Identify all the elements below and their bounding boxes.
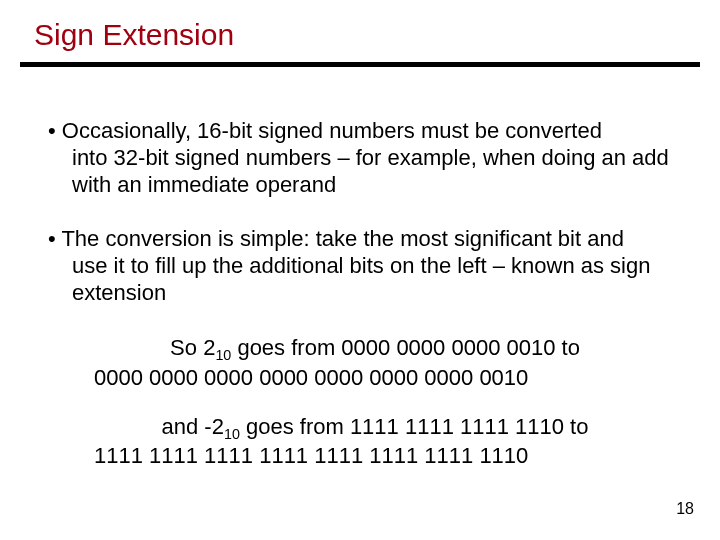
examples: So 210 goes from 0000 0000 0000 0010 to …: [80, 335, 670, 470]
example-pos2-mid: goes from 0000 0000 0000 0010 to: [231, 335, 580, 360]
slide: Sign Extension • Occasionally, 16-bit si…: [0, 0, 720, 540]
slide-title: Sign Extension: [34, 18, 234, 52]
example-pos2-sub: 10: [215, 347, 231, 363]
bullet-2-rest: use it to fill up the additional bits on…: [48, 253, 676, 307]
example-neg2-sub: 10: [224, 426, 240, 442]
bullet-2: • The conversion is simple: take the mos…: [48, 226, 676, 306]
bullet-2-line1: • The conversion is simple: take the mos…: [48, 226, 624, 251]
example-pos2-line2: 0000 0000 0000 0000 0000 0000 0000 0010: [80, 365, 670, 392]
example-pos2: So 210 goes from 0000 0000 0000 0010 to …: [80, 335, 670, 392]
example-pos2-prefix: So 2: [170, 335, 215, 360]
example-neg2-line1: and -210 goes from 1111 1111 1111 1110 t…: [80, 414, 670, 444]
title-divider: [20, 62, 700, 67]
example-neg2-prefix: and -2: [162, 414, 224, 439]
example-neg2-mid: goes from 1111 1111 1111 1110 to: [240, 414, 589, 439]
bullet-1: • Occasionally, 16-bit signed numbers mu…: [48, 118, 676, 198]
example-pos2-line1: So 210 goes from 0000 0000 0000 0010 to: [80, 335, 670, 365]
example-neg2-line2: 1111 1111 1111 1111 1111 1111 1111 1110: [80, 443, 670, 470]
slide-body: • Occasionally, 16-bit signed numbers mu…: [48, 118, 676, 492]
example-neg2: and -210 goes from 1111 1111 1111 1110 t…: [80, 414, 670, 471]
bullet-1-rest: into 32-bit signed numbers – for example…: [48, 145, 676, 199]
bullet-1-line1: • Occasionally, 16-bit signed numbers mu…: [48, 118, 602, 143]
page-number: 18: [676, 500, 694, 518]
